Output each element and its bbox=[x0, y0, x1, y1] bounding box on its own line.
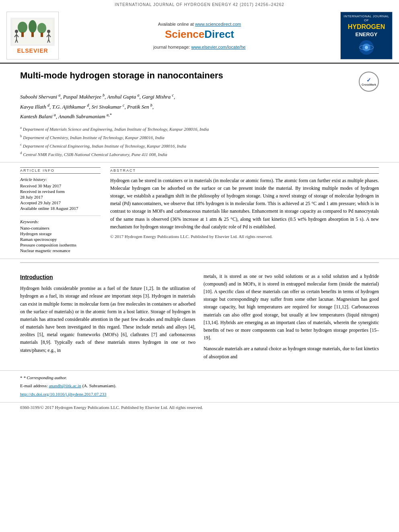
footer-bar: 0360-3199/© 2017 Hydrogen Energy Publica… bbox=[0, 402, 399, 412]
sd-science-text: Science bbox=[165, 28, 204, 40]
svg-rect-6 bbox=[41, 33, 43, 37]
journal-homepage-text: journal homepage: www.elsevier.com/locat… bbox=[153, 45, 245, 49]
keyword-4: Pressure composition isotherms bbox=[20, 242, 101, 247]
keywords-label: Keywords: bbox=[20, 219, 101, 224]
section-divider bbox=[20, 262, 379, 263]
svg-point-3 bbox=[37, 23, 46, 33]
keyword-2: Hydrogen storage bbox=[20, 231, 101, 236]
abstract-label: ABSTRACT bbox=[110, 167, 379, 174]
paper-title: Multi-mode hydrogen storage in nanoconta… bbox=[20, 70, 355, 82]
received-date: Received 30 May 2017 bbox=[20, 183, 101, 188]
abstract-column: ABSTRACT Hydrogen can be stored in conta… bbox=[110, 167, 379, 254]
article-info-column: ARTICLE INFO Article history: Received 3… bbox=[20, 167, 101, 254]
sd-direct-text: Direct bbox=[204, 28, 234, 40]
available-online-date: Available online 18 August 2017 bbox=[20, 206, 101, 211]
article-info-label: ARTICLE INFO bbox=[20, 167, 101, 174]
svg-rect-5 bbox=[31, 32, 34, 37]
keywords-section: Keywords: Nano-containers Hydrogen stora… bbox=[20, 216, 101, 253]
banner-text: INTERNATIONAL JOURNAL OF HYDROGEN ENERGY… bbox=[115, 2, 284, 7]
journal-intl-text: International Journal of bbox=[343, 14, 390, 23]
svg-point-7 bbox=[15, 30, 18, 33]
sciencedirect-url[interactable]: www.sciencedirect.com bbox=[195, 22, 241, 27]
keyword-1: Nano-containers bbox=[20, 226, 101, 230]
journal-logo-inner: International Journal of HYDROGEN ENERGY bbox=[343, 14, 390, 57]
article-history-label: Article history: bbox=[20, 177, 101, 182]
keyword-5: Nuclear magnetic resonance bbox=[20, 248, 101, 253]
available-online-text: Available online at www.sciencedirect.co… bbox=[158, 22, 241, 27]
svg-rect-4 bbox=[21, 32, 24, 37]
page-header: ELSEVIER Available online at www.science… bbox=[0, 8, 399, 64]
received-revised-label: Received in revised form bbox=[20, 189, 101, 194]
svg-point-21 bbox=[365, 46, 368, 49]
elsevier-logo: ELSEVIER bbox=[6, 12, 59, 60]
copyright-line: © 2017 Hydrogen Energy Publications LLC.… bbox=[110, 234, 379, 239]
svg-point-2 bbox=[29, 20, 37, 33]
crossmark-badge[interactable]: ✓ CrossMark bbox=[359, 72, 379, 92]
journal-homepage-link[interactable]: www.elsevier.com/locate/he bbox=[191, 45, 246, 49]
email-name: (A. Subramaniam). bbox=[82, 383, 117, 388]
elsevier-graphic bbox=[10, 18, 55, 46]
email-line: E-mail address: anandh@iitk.ac.in (A. Su… bbox=[20, 382, 379, 390]
authors-list: Suboohi Shervani a, Puspal Mukherjee b, … bbox=[20, 92, 379, 121]
doi-link[interactable]: http://dx.doi.org/10.1016/j.ijhydene.201… bbox=[20, 392, 107, 396]
abstract-text: Hydrogen can be stored in containers or … bbox=[110, 177, 379, 231]
footer-text: 0360-3199/© 2017 Hydrogen Energy Publica… bbox=[20, 405, 203, 410]
elsevier-label: ELSEVIER bbox=[17, 47, 48, 54]
intro-para-3: Nanoscale materials are a natural choice… bbox=[204, 345, 379, 360]
corresponding-author-label: * * Corresponding author. bbox=[20, 374, 379, 382]
footnote-section: * * Corresponding author. E-mail address… bbox=[0, 370, 399, 402]
doi-line: http://dx.doi.org/10.1016/j.ijhydene.201… bbox=[20, 390, 379, 398]
body-two-col: Introduction Hydrogen holds considerable… bbox=[20, 273, 379, 364]
journal-banner: INTERNATIONAL JOURNAL OF HYDROGEN ENERGY… bbox=[0, 0, 399, 8]
introduction-heading: Introduction bbox=[20, 273, 195, 281]
intro-para-1: Hydrogen holds considerable promise as a… bbox=[20, 285, 195, 354]
svg-point-13 bbox=[47, 30, 50, 33]
body-section: Introduction Hydrogen holds considerable… bbox=[0, 266, 399, 370]
body-right-col: metals, it is stored as one or two solid… bbox=[204, 273, 379, 364]
svg-point-1 bbox=[18, 22, 27, 33]
intro-para-2: metals, it is stored as one or two solid… bbox=[204, 273, 379, 342]
article-info-abstract-section: ARTICLE INFO Article history: Received 3… bbox=[0, 162, 399, 259]
accepted-date: Accepted 29 July 2017 bbox=[20, 200, 101, 205]
sciencedirect-area: Available online at www.sciencedirect.co… bbox=[64, 12, 335, 60]
revised-date: 28 July 2017 bbox=[20, 195, 101, 199]
crossmark-label: CrossMark bbox=[362, 83, 376, 86]
email-link[interactable]: anandh@iitk.ac.in bbox=[49, 383, 81, 388]
journal-logo-box: International Journal of HYDROGEN ENERGY bbox=[340, 12, 393, 60]
paper-title-section: Multi-mode hydrogen storage in nanoconta… bbox=[0, 64, 399, 162]
sciencedirect-logo: ScienceDirect bbox=[165, 28, 234, 41]
journal-hydrogen-text: HYDROGEN bbox=[343, 23, 390, 31]
journal-energy-text: ENERGY bbox=[343, 31, 390, 38]
affiliations-list: a Department of Materials Science and En… bbox=[20, 125, 379, 158]
article-info-content: Article history: Received 30 May 2017 Re… bbox=[20, 177, 101, 211]
keyword-3: Raman spectroscopy bbox=[20, 237, 101, 242]
body-left-col: Introduction Hydrogen holds considerable… bbox=[20, 273, 195, 364]
